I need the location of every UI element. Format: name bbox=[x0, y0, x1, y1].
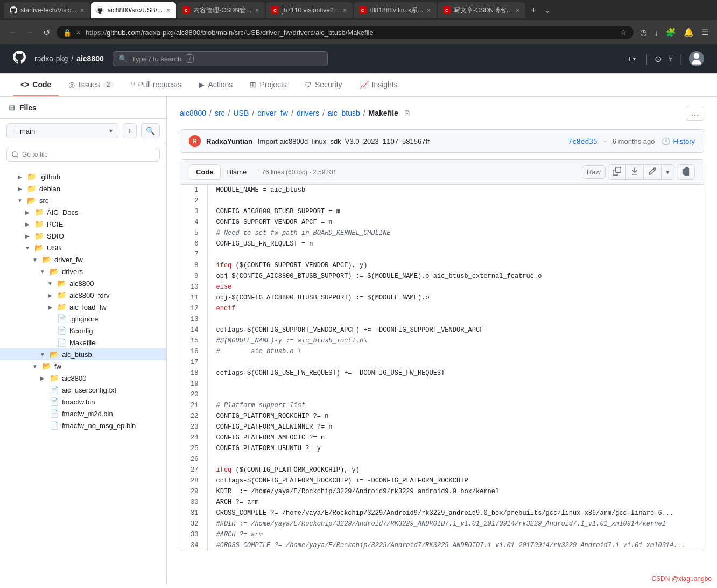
nav-actions[interactable]: ▶ Actions bbox=[191, 74, 240, 96]
tab-close-4[interactable]: ✕ bbox=[342, 7, 347, 14]
nav-pull-requests[interactable]: ⑂ Pull requests bbox=[123, 74, 189, 96]
line-number[interactable]: 7 bbox=[180, 249, 207, 260]
line-number[interactable]: 13 bbox=[180, 314, 207, 325]
line-number[interactable]: 6 bbox=[180, 239, 207, 249]
nav-security[interactable]: 🛡 Security bbox=[297, 74, 350, 96]
breadcrumb-owner[interactable]: radxa-pkg bbox=[34, 54, 68, 63]
user-avatar[interactable] bbox=[689, 51, 704, 66]
tab-code[interactable]: Code bbox=[189, 164, 221, 180]
tab-close-2[interactable]: ✕ bbox=[166, 7, 171, 14]
line-number[interactable]: 18 bbox=[180, 368, 207, 379]
tree-item-kconfig[interactable]: 📄 Kconfig bbox=[0, 325, 166, 337]
tree-item-usb[interactable]: ▼ 📂 USB bbox=[0, 242, 166, 254]
breadcrumb-link-driverfw[interactable]: driver_fw bbox=[257, 109, 288, 117]
tree-item-aic8800[interactable]: ▼ 📂 aic8800 bbox=[0, 277, 166, 289]
line-number[interactable]: 17 bbox=[180, 357, 207, 368]
line-number[interactable]: 20 bbox=[180, 389, 207, 400]
line-number[interactable]: 16 bbox=[180, 346, 207, 357]
back-button[interactable]: ← bbox=[6, 25, 19, 39]
tab-close-5[interactable]: ✕ bbox=[426, 7, 431, 14]
new-file-button[interactable]: + bbox=[123, 123, 137, 138]
tab-close-1[interactable]: ✕ bbox=[80, 7, 85, 14]
more-options-button[interactable]: … bbox=[686, 106, 704, 121]
line-number[interactable]: 29 bbox=[180, 486, 207, 497]
line-number[interactable]: 24 bbox=[180, 432, 207, 443]
line-number[interactable]: 10 bbox=[180, 282, 207, 292]
tree-item-fmacfwm2d[interactable]: 📄 fmacfw_m2d.bin bbox=[0, 408, 166, 419]
line-number[interactable]: 2 bbox=[180, 195, 207, 206]
line-number[interactable]: 22 bbox=[180, 411, 207, 422]
breadcrumb-repo[interactable]: aic8800 bbox=[76, 54, 104, 63]
tree-item-aicdocs[interactable]: ▶ 📁 AIC_Docs bbox=[0, 206, 166, 218]
tree-item-aicuserconfig[interactable]: 📄 aic_userconfig.txt bbox=[0, 384, 166, 396]
line-number[interactable]: 9 bbox=[180, 271, 207, 282]
tree-item-fmacfwbin[interactable]: 📄 fmacfw.bin bbox=[0, 396, 166, 408]
browser-tab-3[interactable]: C 内容管理-CSDN管... ✕ bbox=[177, 2, 265, 18]
line-number[interactable]: 5 bbox=[180, 228, 207, 239]
commit-author[interactable]: RadxaYuntian bbox=[206, 137, 252, 145]
forward-button[interactable]: → bbox=[24, 25, 37, 39]
symbols-button[interactable] bbox=[677, 164, 695, 180]
tab-close-3[interactable]: ✕ bbox=[255, 7, 259, 14]
pocket-button[interactable]: ◷ bbox=[638, 25, 649, 39]
browser-tab-2[interactable]: aic8800/src/USB/... ✕ bbox=[91, 2, 176, 18]
line-number[interactable]: 11 bbox=[180, 292, 207, 303]
create-button[interactable]: + ▾ bbox=[624, 52, 638, 65]
browser-tab-1[interactable]: starfive-tech/Visio... ✕ bbox=[4, 2, 90, 18]
nav-issues[interactable]: ◎ Issues 2 bbox=[61, 74, 121, 96]
branch-selector[interactable]: ⑂ main ▾ bbox=[6, 123, 118, 138]
tree-item-aic8800fdrv[interactable]: ▶ 📁 aic8800_fdrv bbox=[0, 289, 166, 301]
tree-item-gitignore[interactable]: 📄 .gitignore bbox=[0, 313, 166, 325]
search-bar[interactable]: 🔍 Type / to search / bbox=[113, 51, 328, 66]
line-number[interactable]: 28 bbox=[180, 475, 207, 486]
line-number[interactable]: 25 bbox=[180, 443, 207, 454]
line-number[interactable]: 15 bbox=[180, 335, 207, 346]
address-bar[interactable]: 🔒 ⚔ https://github.com/radxa-pkg/aic8800… bbox=[57, 26, 634, 39]
bookmark-icon[interactable]: ☆ bbox=[620, 28, 627, 37]
notifications-button[interactable]: 🔔 bbox=[681, 25, 696, 39]
line-number[interactable]: 4 bbox=[180, 217, 207, 228]
line-number[interactable]: 21 bbox=[180, 400, 207, 411]
download-file-button[interactable] bbox=[626, 165, 644, 179]
edit-file-button[interactable] bbox=[644, 165, 662, 179]
issues-icon[interactable]: ⊙ bbox=[655, 54, 662, 64]
commit-hash[interactable]: 7c8ed35 bbox=[568, 137, 598, 145]
line-number[interactable]: 14 bbox=[180, 325, 207, 335]
breadcrumb-link-src[interactable]: src bbox=[215, 109, 225, 117]
history-link[interactable]: 🕐 History bbox=[662, 137, 695, 145]
tab-blame[interactable]: Blame bbox=[221, 165, 254, 179]
line-number[interactable]: 33 bbox=[180, 529, 207, 540]
line-number[interactable]: 1 bbox=[180, 185, 207, 195]
line-number[interactable]: 34 bbox=[180, 540, 207, 551]
browser-tab-6[interactable]: C 写文章-CSDN博客... ✕ bbox=[438, 2, 525, 18]
breadcrumb-link-aicbtusb[interactable]: aic_btusb bbox=[328, 109, 360, 117]
tree-item-src[interactable]: ▼ 📂 src bbox=[0, 194, 166, 206]
tree-item-aic8800fw[interactable]: ▶ 📁 aic8800 bbox=[0, 372, 166, 384]
line-number[interactable]: 8 bbox=[180, 260, 207, 271]
tree-item-driverfw[interactable]: ▼ 📂 driver_fw bbox=[0, 254, 166, 265]
tree-item-pcie[interactable]: ▶ 📁 PCIE bbox=[0, 218, 166, 230]
breadcrumb-link-aic8800[interactable]: aic8800 bbox=[180, 109, 206, 117]
tree-item-aicloadfw[interactable]: ▶ 📁 aic_load_fw bbox=[0, 301, 166, 313]
new-tab-button[interactable]: + bbox=[526, 5, 541, 16]
tree-item-debian[interactable]: ▶ 📁 debian bbox=[0, 183, 166, 194]
search-files-button[interactable]: 🔍 bbox=[141, 123, 160, 138]
nav-insights[interactable]: 📈 Insights bbox=[352, 74, 405, 96]
line-number[interactable]: 30 bbox=[180, 497, 207, 508]
menu-button[interactable]: ☰ bbox=[699, 25, 711, 39]
reload-button[interactable]: ↺ bbox=[41, 25, 52, 40]
download-button[interactable]: ↓ bbox=[652, 26, 661, 39]
line-number[interactable]: 3 bbox=[180, 206, 207, 217]
goto-file-input[interactable] bbox=[6, 148, 160, 162]
raw-button[interactable]: Raw bbox=[582, 165, 606, 179]
line-number[interactable]: 27 bbox=[180, 465, 207, 475]
tab-overflow-button[interactable]: ⌄ bbox=[542, 6, 553, 15]
breadcrumb-link-usb[interactable]: USB bbox=[234, 109, 249, 117]
line-number[interactable]: 26 bbox=[180, 454, 207, 465]
pullrequests-icon[interactable]: ⑂ bbox=[668, 54, 673, 64]
copy-path-button[interactable]: ⎘ bbox=[402, 108, 412, 118]
tree-item-fmacfwnomsg[interactable]: 📄 fmacfw_no_msg_ep.bin bbox=[0, 419, 166, 431]
tree-item-aicbtusb[interactable]: ▼ 📂 aic_btusb bbox=[0, 348, 166, 360]
nav-code[interactable]: <> Code bbox=[13, 74, 59, 96]
line-number[interactable]: 23 bbox=[180, 422, 207, 432]
